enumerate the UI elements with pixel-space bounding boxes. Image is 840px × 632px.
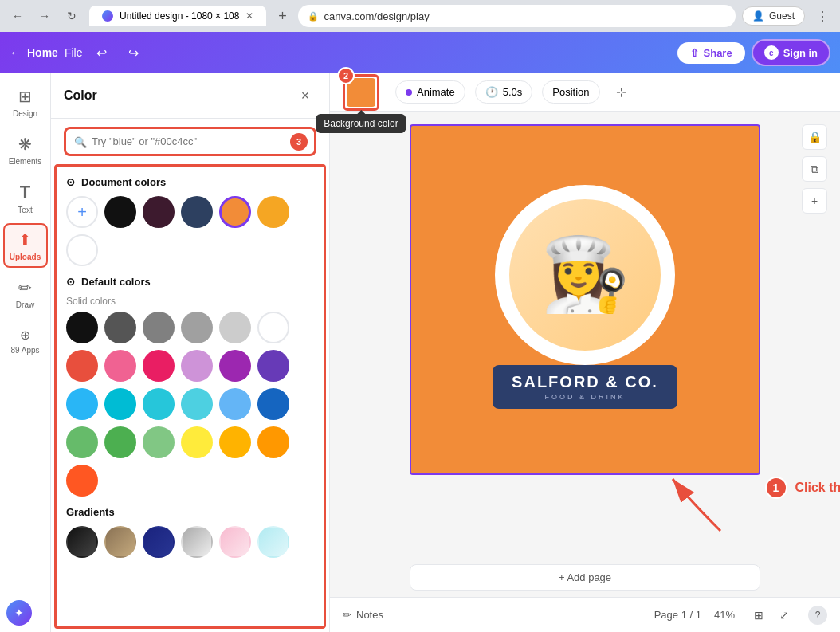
- solid-swatch-5[interactable]: [219, 312, 251, 343]
- add-button[interactable]: +: [802, 188, 827, 214]
- lock-button[interactable]: 🔒: [802, 124, 827, 150]
- tab-title: Untitled design - 1080 × 108: [120, 10, 239, 22]
- grid-view-button[interactable]: ⊞: [748, 604, 770, 626]
- timing-button[interactable]: 🕐 5.0s: [475, 80, 533, 104]
- notes-label: Notes: [356, 609, 383, 621]
- text-icon: T: [20, 182, 30, 202]
- canvas-frame[interactable]: 👩‍🍳 SALFORD & CO. FOOD & DRINK: [410, 124, 760, 475]
- solid-swatch-4[interactable]: [181, 312, 213, 343]
- tooltip-text: Background color: [324, 118, 398, 129]
- solid-swatch-18[interactable]: [257, 388, 289, 420]
- tab-close-button[interactable]: ✕: [245, 10, 253, 22]
- solid-swatch-15[interactable]: [143, 388, 175, 420]
- signin-button[interactable]: e Sign in: [752, 39, 830, 66]
- solid-swatch-14[interactable]: [104, 388, 136, 420]
- doc-swatch-dark-maroon[interactable]: [143, 196, 175, 228]
- gradient-swatch-6[interactable]: [257, 526, 289, 558]
- solid-swatch-20[interactable]: [104, 426, 136, 458]
- doc-swatch-orange[interactable]: [257, 196, 289, 228]
- gradients-label: Gradients: [66, 506, 115, 518]
- animate-button[interactable]: Animate: [395, 80, 465, 104]
- gradient-swatch-5[interactable]: [219, 526, 251, 558]
- bg-color-wrapper: 2 Background color: [343, 74, 379, 111]
- doc-swatch-black[interactable]: [104, 196, 136, 228]
- bg-color-button[interactable]: 2: [343, 74, 379, 111]
- sidebar-item-apps[interactable]: ⊕ 89 Apps: [3, 319, 48, 363]
- solid-swatch-7[interactable]: [66, 350, 98, 382]
- bg-color-tooltip: Background color: [316, 114, 406, 133]
- gradient-swatch-1[interactable]: [66, 526, 98, 558]
- solid-swatch-9[interactable]: [143, 350, 175, 382]
- back-arrow-button[interactable]: ←: [10, 46, 21, 59]
- address-bar[interactable]: 🔒 canva.com/design/play: [298, 5, 736, 27]
- position-button[interactable]: Position: [542, 80, 599, 104]
- logo-container: 👩‍🍳 SALFORD & CO. FOOD & DRINK: [493, 191, 677, 409]
- magic-icon: ✦: [14, 606, 24, 619]
- magic-button[interactable]: ✦: [6, 600, 32, 626]
- solid-swatch-25[interactable]: [66, 465, 98, 497]
- sidebar-item-text[interactable]: T Text: [3, 175, 48, 220]
- sidebar-item-elements[interactable]: ❋ Elements: [3, 128, 48, 172]
- solid-swatch-19[interactable]: [66, 426, 98, 458]
- gradient-swatch-4[interactable]: [181, 526, 213, 558]
- solid-swatch-24[interactable]: [257, 426, 289, 458]
- color-search-input[interactable]: [66, 129, 314, 154]
- solid-swatch-1[interactable]: [66, 312, 98, 343]
- elements-icon: ❋: [18, 135, 32, 154]
- home-link[interactable]: Home: [27, 46, 58, 59]
- add-page-button[interactable]: + Add page: [410, 564, 760, 591]
- canvas-bottom-bar: ✏ Notes Page 1 / 1 41% ⊞ ⤢ ?: [330, 597, 840, 632]
- refresh-button[interactable]: ↻: [61, 5, 83, 27]
- undo-button[interactable]: ↩: [88, 40, 114, 65]
- chef-circle: 👩‍🍳: [501, 191, 669, 359]
- browser-menu-button[interactable]: ⋮: [811, 5, 834, 27]
- forward-button[interactable]: →: [33, 5, 56, 27]
- solid-swatch-13[interactable]: [66, 388, 98, 420]
- doc-swatch-white[interactable]: [66, 234, 98, 266]
- document-colors-grid: +: [66, 196, 314, 266]
- solid-swatch-23[interactable]: [219, 426, 251, 458]
- fullscreen-button[interactable]: ⤢: [773, 604, 795, 626]
- step3-badge: 3: [290, 133, 308, 151]
- tab-favicon: [102, 10, 113, 22]
- share-button[interactable]: ⇧ Share: [677, 42, 745, 64]
- solid-swatch-17[interactable]: [219, 388, 251, 420]
- back-button[interactable]: ←: [6, 5, 29, 27]
- solid-swatch-8[interactable]: [104, 350, 136, 382]
- document-colors-icon: ⊙: [66, 176, 75, 188]
- url-text: canva.com/design/play: [324, 10, 429, 22]
- guest-button[interactable]: 👤 Guest: [742, 6, 805, 26]
- solid-swatch-12[interactable]: [257, 350, 289, 382]
- browser-controls: ← → ↻: [6, 5, 83, 27]
- solid-swatch-10[interactable]: [181, 350, 213, 382]
- add-color-swatch[interactable]: +: [66, 196, 98, 228]
- duplicate-button[interactable]: ⧉: [802, 156, 827, 182]
- sidebar-item-uploads[interactable]: ⬆ Uploads: [3, 223, 48, 268]
- doc-swatch-orange-outlined[interactable]: [219, 196, 251, 228]
- solid-swatch-3[interactable]: [143, 312, 175, 343]
- step1-arrow: [657, 475, 736, 539]
- solid-swatch-21[interactable]: [143, 426, 175, 458]
- redo-button[interactable]: ↪: [120, 40, 146, 65]
- solid-swatch-16[interactable]: [181, 388, 213, 420]
- color-panel-content: ⊙ Document colors + ⊙ Default colors Sol…: [54, 164, 326, 629]
- new-tab-button[interactable]: +: [273, 6, 292, 26]
- more-options-button[interactable]: ⊹: [610, 80, 633, 104]
- doc-swatch-dark-blue[interactable]: [181, 196, 213, 228]
- uploads-icon: ⬆: [18, 230, 32, 249]
- gradient-swatch-2[interactable]: [104, 526, 136, 558]
- solid-swatch-11[interactable]: [219, 350, 251, 382]
- guest-icon: 👤: [752, 10, 764, 22]
- color-panel-close-button[interactable]: ×: [294, 84, 316, 107]
- solid-swatch-2[interactable]: [104, 312, 136, 343]
- browser-tab[interactable]: Untitled design - 1080 × 108 ✕: [89, 6, 266, 26]
- solid-swatch-6[interactable]: [257, 312, 289, 343]
- sidebar-item-design[interactable]: ⊞ Design: [3, 80, 48, 124]
- gradient-swatch-3[interactable]: [143, 526, 175, 558]
- notes-button[interactable]: ✏ Notes: [343, 609, 383, 621]
- share-icon: ⇧: [690, 47, 699, 59]
- sidebar-item-draw[interactable]: ✏ Draw: [3, 271, 48, 316]
- file-menu[interactable]: File: [65, 46, 83, 59]
- solid-swatch-22[interactable]: [181, 426, 213, 458]
- help-button[interactable]: ?: [808, 606, 827, 625]
